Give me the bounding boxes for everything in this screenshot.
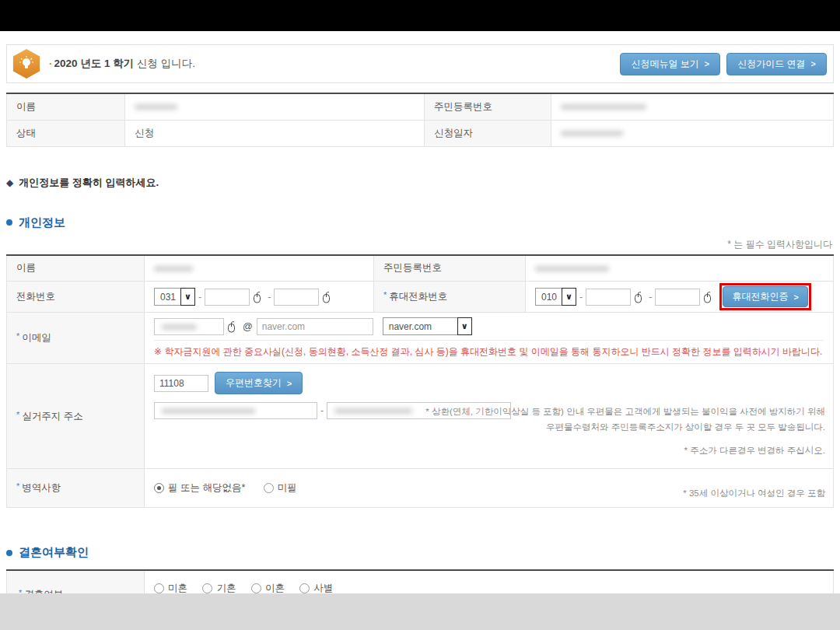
- manual-button[interactable]: 신청메뉴얼 보기>: [620, 53, 720, 75]
- guide-button[interactable]: 신청가이드 연결>: [726, 53, 827, 75]
- notice-term: 2020 년도 1 학기: [54, 58, 135, 69]
- email-id-input[interactable]: [154, 318, 224, 335]
- section-marriage: 결혼여부확인: [6, 545, 834, 560]
- rrn-value: [526, 255, 834, 282]
- lightbulb-icon: [12, 49, 41, 79]
- phone-label: 전화번호: [7, 282, 145, 313]
- mobile-prefix-select[interactable]: 010∨: [535, 288, 576, 306]
- email-domain-input[interactable]: [257, 318, 373, 335]
- notice-bullet: ·: [49, 58, 53, 69]
- radio-icon[interactable]: [202, 583, 212, 593]
- notice-rest: 신청 입니다.: [137, 58, 195, 69]
- chevron-icon: >: [287, 379, 292, 388]
- table-row: 상태 신청 신청일자: [7, 120, 834, 146]
- redacted-value: [561, 131, 623, 136]
- summary-status-value: 신청: [125, 120, 425, 146]
- footer-gray-bar: [0, 593, 840, 630]
- summary-name-label: 이름: [7, 93, 125, 120]
- redacted-value: [135, 104, 177, 110]
- table-row: *실거주지 주소 우편번호찾기> - * 상환(연체, 기한이익상실 등 포함)…: [7, 364, 834, 469]
- redacted-value: [561, 104, 646, 110]
- postal-search-button[interactable]: 우편번호찾기>: [215, 372, 303, 394]
- summary-status-label: 상태: [7, 120, 125, 146]
- postal-code-input[interactable]: [154, 375, 208, 392]
- mobile-label: *휴대전화번호: [374, 282, 526, 313]
- mobile-verify-button[interactable]: 휴대전화인증>: [723, 286, 807, 307]
- mobile-last-input[interactable]: [655, 289, 700, 306]
- phone-prefix-select[interactable]: 031∨: [154, 288, 195, 306]
- table-row: 전화번호 031∨ - - *휴대전화번호 010∨ -: [7, 282, 834, 313]
- rrn-label: 주민등록번호: [374, 255, 526, 282]
- semester-notice: ·2020 년도 1 학기 신청 입니다.: [49, 57, 195, 71]
- redacted-value: [535, 266, 609, 271]
- section-title: 개인정보: [19, 215, 65, 230]
- chevron-icon: >: [793, 292, 798, 302]
- address-mail-note: * 상환(연체, 기한이익상실 등 포함) 안내 우편물은 고객에게 발생되는 …: [425, 404, 825, 435]
- chevron-down-icon: ∨: [562, 288, 576, 306]
- at-symbol: @: [243, 321, 253, 332]
- section-bullet-icon: [6, 550, 12, 556]
- name-label: 이름: [7, 255, 145, 282]
- name-value: [145, 255, 374, 282]
- chevron-icon: >: [811, 59, 816, 68]
- mouse-keypad-icon[interactable]: [252, 291, 262, 303]
- email-warning-text: ※ 학자금지원에 관한 중요사실(신청, 동의현황, 소득산정 결과, 심사 등…: [154, 345, 822, 359]
- table-row: 이름 주민등록번호: [7, 93, 834, 120]
- mouse-keypad-icon[interactable]: [226, 320, 236, 333]
- military-option-done[interactable]: 필 또는 해당없음*: [154, 481, 245, 495]
- mouse-keypad-icon[interactable]: [702, 291, 712, 303]
- section-bullet-icon: [6, 219, 12, 226]
- instruction-text: ◆ 개인정보를 정확히 입력하세요.: [6, 176, 834, 190]
- radio-icon[interactable]: [299, 583, 310, 593]
- chevron-down-icon: ∨: [180, 288, 195, 306]
- notice-box: ·2020 년도 1 학기 신청 입니다. 신청메뉴얼 보기> 신청가이드 연결…: [6, 44, 834, 83]
- radio-icon[interactable]: [154, 483, 164, 493]
- table-row: *병역사항 필 또는 해당없음* 미필 * 35세 이상이거나 여성인 경우 포…: [7, 469, 834, 508]
- application-summary-table: 이름 주민등록번호 상태 신청 신청일자: [6, 93, 834, 147]
- mouse-keypad-icon[interactable]: [633, 291, 643, 303]
- table-row: *이메일 @ naver.com∨ ※ 학자금지원에 관한 중요사실(신청, 동…: [7, 313, 834, 364]
- summary-date-value: [551, 120, 834, 146]
- action-highlight-box: 휴대전화인증>: [719, 283, 810, 310]
- summary-date-label: 신청일자: [425, 120, 551, 146]
- military-note: * 35세 이상이거나 여성인 경우 포함: [683, 486, 825, 502]
- redacted-value: [154, 266, 193, 271]
- radio-icon[interactable]: [154, 583, 164, 593]
- military-label: *병역사항: [7, 469, 145, 508]
- summary-name-value: [125, 93, 425, 120]
- mobile-middle-input[interactable]: [586, 289, 631, 306]
- section-personal-info: 개인정보: [6, 215, 834, 230]
- section-title: 결혼여부확인: [19, 545, 89, 560]
- table-row: 이름 주민등록번호: [7, 255, 834, 282]
- radio-icon[interactable]: [264, 483, 274, 493]
- top-black-bar: [0, 0, 840, 31]
- email-domain-select[interactable]: naver.com∨: [383, 317, 472, 335]
- required-fields-note: * 는 필수 입력사항입니다: [6, 238, 832, 251]
- address-label: *실거주지 주소: [7, 364, 145, 469]
- chevron-down-icon: ∨: [457, 317, 472, 335]
- personal-info-table: 이름 주민등록번호 전화번호 031∨ - - *휴대전화번호: [6, 254, 834, 509]
- summary-rrn-label: 주민등록번호: [425, 93, 551, 120]
- diamond-bullet-icon: ◆: [6, 177, 13, 188]
- chevron-icon: >: [705, 59, 709, 68]
- radio-icon[interactable]: [251, 583, 261, 593]
- summary-rrn-value: [551, 93, 834, 120]
- email-label: *이메일: [7, 313, 145, 364]
- address-change-note: * 주소가 다른경우 변경하 주십시오.: [684, 443, 825, 459]
- mouse-keypad-icon[interactable]: [321, 291, 331, 303]
- phone-middle-input[interactable]: [205, 289, 250, 306]
- address-base-input[interactable]: [154, 402, 317, 419]
- phone-last-input[interactable]: [274, 289, 319, 306]
- military-option-notdone[interactable]: 미필: [264, 481, 297, 495]
